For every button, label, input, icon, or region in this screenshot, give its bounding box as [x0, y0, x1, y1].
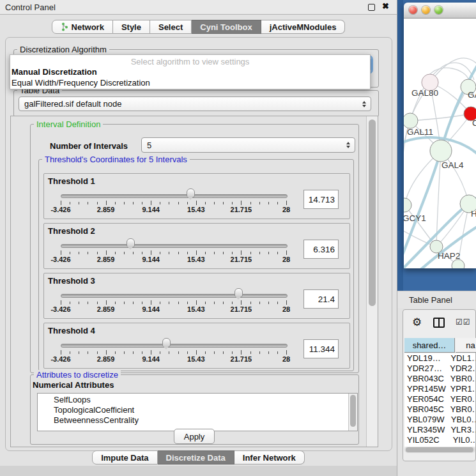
- tick-label: 15.43: [187, 256, 205, 263]
- threshold-panel-2: Threshold 2-3.4262.8599.14415.4321.71528…: [43, 223, 350, 269]
- tick-mark: [250, 252, 251, 254]
- table-row[interactable]: YLR345WYLR3…: [404, 425, 475, 435]
- network-node-gcy1[interactable]: [404, 198, 411, 212]
- tick-mark: [268, 351, 269, 354]
- table-row[interactable]: YDR27…YDR2…: [404, 364, 475, 374]
- spinner-icon: [346, 142, 350, 148]
- threshold-value-field[interactable]: 21.4: [303, 289, 339, 309]
- table-row[interactable]: YBR043CYBR0…: [404, 374, 475, 384]
- main-scrollbar-thumb[interactable]: [369, 119, 376, 306]
- slider-handle[interactable]: [187, 188, 195, 197]
- tick-mark: [178, 252, 179, 254]
- network-node-gal11[interactable]: [404, 113, 418, 128]
- number-of-intervals-select[interactable]: 5: [141, 137, 355, 153]
- thresholds-group: Threshold's Coordinates for 5 Intervals …: [38, 159, 354, 371]
- desktop-edge-strip: [397, 0, 403, 291]
- tick-mark: [61, 300, 61, 305]
- mac-minimize-button[interactable]: [422, 6, 430, 14]
- settings-scroll-pane: Interval Definition Number of Intervals …: [10, 116, 378, 447]
- tick-mark: [241, 350, 242, 355]
- node-label: GAL80: [411, 88, 438, 98]
- slider-track[interactable]: [61, 344, 288, 348]
- tick-mark: [241, 250, 242, 255]
- tick-mark: [106, 201, 107, 205]
- network-window-titlebar[interactable]: [404, 3, 476, 19]
- numerical-attributes-label: Numerical Attributes: [33, 380, 114, 390]
- threshold-value-field[interactable]: 14.713: [303, 190, 339, 209]
- tick-mark: [160, 252, 160, 254]
- network-node-gal4[interactable]: [430, 140, 452, 162]
- dropdown-option-manual-discretization[interactable]: Manual Discretization: [10, 66, 370, 77]
- tick-mark: [223, 252, 224, 254]
- split-view-icon[interactable]: [433, 318, 445, 328]
- table-row[interactable]: YBL079WYBL0…: [404, 415, 475, 425]
- table-row[interactable]: YBR045CYBR0…: [404, 404, 475, 415]
- tick-mark: [97, 351, 98, 354]
- thresholds-group-label: Threshold's Coordinates for 5 Intervals: [42, 155, 190, 164]
- number-of-intervals-value: 5: [147, 141, 151, 150]
- apply-button[interactable]: Apply: [174, 429, 215, 444]
- gear-icon[interactable]: ⚙: [412, 316, 422, 329]
- list-scrollbar-thumb[interactable]: [350, 395, 356, 427]
- table-row[interactable]: YDL19…YDL1…: [404, 353, 475, 364]
- table-row[interactable]: YIL052CYIL0…: [404, 435, 475, 445]
- list-scrollbar[interactable]: [348, 394, 357, 431]
- slider-handle[interactable]: [162, 338, 171, 347]
- slider-handle[interactable]: [127, 238, 135, 247]
- table-hscrollbar[interactable]: [404, 447, 475, 453]
- tick-mark: [259, 252, 260, 254]
- tick-mark: [151, 300, 151, 305]
- slider-track[interactable]: [61, 294, 288, 298]
- tick-mark: [169, 302, 169, 304]
- threshold-value-field[interactable]: 11.344: [303, 339, 339, 358]
- tick-mark: [61, 201, 61, 205]
- slider-track[interactable]: [61, 244, 288, 248]
- slider-track[interactable]: [61, 194, 288, 198]
- mac-zoom-button[interactable]: [434, 6, 443, 14]
- tick-mark: [169, 252, 169, 254]
- attribute-item-topologicalcoefficient[interactable]: TopologicalCoefficient: [38, 405, 357, 415]
- tab-cyni-toolbox[interactable]: Cyni Toolbox: [192, 20, 261, 34]
- threshold-value-field[interactable]: 6.316: [303, 240, 339, 259]
- tick-label: 9.144: [142, 355, 160, 363]
- tick-mark: [88, 202, 88, 204]
- tab-discretize-data[interactable]: Discretize Data: [158, 450, 234, 464]
- tab-style[interactable]: Style: [113, 20, 150, 34]
- table-data-select[interactable]: galFiltered.sif default node: [19, 96, 371, 111]
- tick-mark: [214, 302, 215, 304]
- tick-label: 28: [282, 355, 290, 363]
- tick-mark: [259, 351, 260, 354]
- tab-jactivemnodules[interactable]: jActiveMNodules: [261, 20, 346, 34]
- table-row[interactable]: YER054CYER0…: [404, 394, 475, 404]
- tab-infer-network[interactable]: Infer Network: [234, 450, 305, 464]
- attribute-item-betweennesscentrality[interactable]: BetweennessCentrality: [38, 415, 357, 426]
- tick-mark: [232, 252, 233, 254]
- tab-select[interactable]: Select: [150, 20, 192, 34]
- main-scrollbar[interactable]: [366, 116, 378, 447]
- close-icon[interactable]: ✖: [382, 1, 389, 11]
- table-hscrollbar-thumb[interactable]: [406, 447, 473, 452]
- mac-close-button[interactable]: [409, 6, 417, 14]
- tick-mark: [187, 202, 188, 204]
- tab-network[interactable]: Network: [52, 20, 113, 34]
- tick-mark: [250, 351, 251, 354]
- tick-mark: [106, 250, 107, 255]
- tick-mark: [214, 202, 215, 204]
- slider-handle[interactable]: [234, 288, 243, 297]
- tick-mark: [205, 252, 206, 254]
- column-header-name[interactable]: na…: [456, 338, 476, 353]
- network-node[interactable]: [452, 259, 464, 268]
- column-header-shared[interactable]: shared…: [404, 338, 455, 353]
- node-label: H: [471, 209, 476, 219]
- node-label: GA: [468, 90, 476, 100]
- tick-mark: [151, 350, 151, 355]
- tick-mark: [223, 302, 224, 304]
- attribute-item-selfloops[interactable]: SelfLoops: [38, 395, 357, 405]
- float-panel-icon[interactable]: [368, 4, 375, 11]
- checkbox-icons[interactable]: ☑☑: [456, 318, 471, 326]
- dropdown-option-equal-width-frequency[interactable]: Equal Width/Frequency Discretization: [10, 77, 370, 88]
- network-canvas[interactable]: GAL80GACGAL11GAL4GCY1HHAP2: [404, 19, 476, 268]
- table-panel-container: ⚙ ☑☑ shared… na… YDL19…YDL1…YDR27…YDR2…Y…: [403, 309, 476, 461]
- tab-impute-data[interactable]: Impute Data: [92, 450, 157, 464]
- table-row[interactable]: YPR145WYPR1…: [404, 384, 475, 394]
